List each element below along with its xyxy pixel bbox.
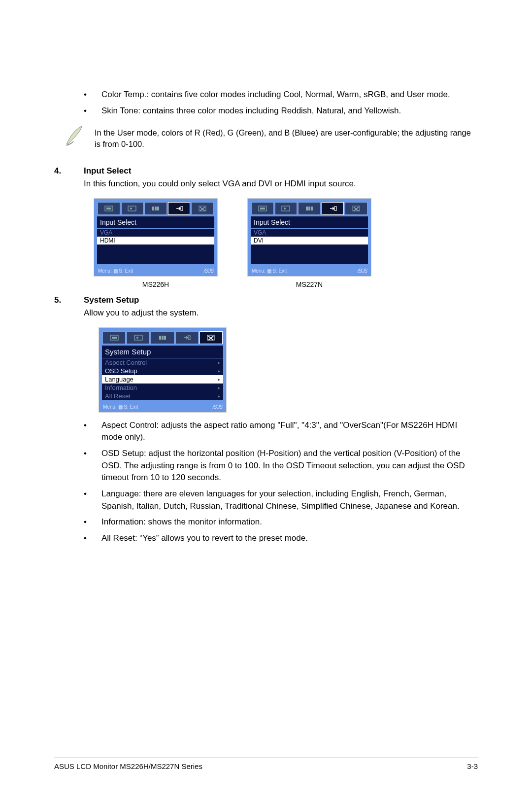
osd-panel: System Setup Aspect Control▸ OSD Setup▸ … [99,327,227,413]
bullet-text: Skin Tone: contains three color modes in… [101,105,478,117]
svg-point-12 [284,208,286,209]
osd-caption: MS226H [142,280,169,288]
bottom-bullet-list: • Aspect Control: adjusts the aspect rat… [84,419,478,545]
bullet-glyph: • [84,419,101,444]
osd-item: OSD Setup▸ [102,367,223,375]
osd-item-label: Aspect Control [105,359,147,366]
osd-footer-brand: /SUS [213,404,222,410]
section-desc: In this function, you could only select … [84,178,478,190]
svg-rect-16 [334,207,336,210]
section-heading-5: 5. System Setup [54,295,478,305]
manual-page: • Color Temp.: contains five color modes… [0,0,532,802]
osd-item-label: VGA [100,229,112,236]
osd-body: Aspect Control▸ OSD Setup▸ Language▸ Inf… [102,358,223,400]
section-heading-4: 4. Input Select [54,166,478,176]
osd-item: Information▸ [102,384,223,392]
osd-footer: Menu: ▦ S: Exit /SUS [101,402,224,410]
osd-tab-input-icon [175,331,199,344]
svg-rect-5 [155,207,157,210]
svg-point-21 [136,337,138,339]
bullet-glyph: • [84,89,101,101]
svg-rect-6 [157,207,159,210]
section-number: 5. [54,295,84,305]
osd-col-ms227n: Input Select VGA DVI Menu: ▦ S: Exit /SU… [247,198,371,288]
list-item: • Language: there are eleven languages f… [84,488,478,512]
osd-tab-splendid-icon [251,202,274,215]
osd-body: VGA DVI [251,229,368,264]
osd-panel: Input Select VGA DVI Menu: ▦ S: Exit /SU… [247,198,371,277]
osd-footer-brand: /SUS [204,268,213,274]
osd-tab-color-icon [151,331,174,344]
osd-item: VGA [251,229,368,237]
section-number: 4. [54,166,84,176]
bullet-glyph: • [84,448,101,484]
osd-item-label: Information [105,384,137,391]
section-title: System Setup [84,295,139,305]
osd-tab-color-icon [298,202,321,215]
note-block: In the User mode, colors of R (Red), G (… [54,122,478,156]
svg-rect-24 [164,336,166,340]
osd-item-label: Language [105,376,133,383]
note-text: In the User mode, colors of R (Red), G (… [95,122,478,156]
osd-row-system-setup: System Setup Aspect Control▸ OSD Setup▸ … [99,327,478,413]
svg-rect-25 [188,336,190,340]
chevron-right-icon: ▸ [218,368,220,374]
osd-item: DVI [251,237,368,244]
osd-tabs [250,201,369,216]
osd-title: System Setup [102,346,223,358]
bullet-text: OSD Setup: adjust the horizontal positio… [101,448,478,484]
chevron-right-icon: ▸ [218,393,220,399]
osd-tab-system-icon [345,202,367,215]
list-item: • Aspect Control: adjusts the aspect rat… [84,419,478,444]
quill-icon [54,122,95,147]
svg-rect-19 [112,337,117,339]
svg-rect-13 [306,207,308,210]
svg-rect-7 [181,207,183,210]
osd-tab-color-icon [144,202,167,215]
chevron-right-icon: ▸ [218,377,220,382]
osd-tabs [101,330,224,345]
osd-footer-left: Menu: ▦ S: Exit [252,268,287,274]
osd-footer-left: Menu: ▦ S: Exit [98,268,133,274]
bullet-glyph: • [84,516,101,528]
osd-row-input-select: Input Select VGA HDMI Menu: ▦ S: Exit /S… [94,198,478,288]
osd-item-label: OSD Setup [105,367,137,375]
osd-tabs [96,201,215,216]
bullet-text: All Reset: “Yes” allows you to revert to… [101,532,478,545]
page-footer: ASUS LCD Monitor MS226H/MS227N Series 3-… [54,758,478,770]
osd-tab-input-icon [322,202,344,215]
osd-title: Input Select [251,216,368,228]
svg-rect-15 [311,207,313,210]
svg-rect-10 [260,208,265,209]
list-item: • OSD Setup: adjust the horizontal posit… [84,448,478,484]
list-item: • Skin Tone: contains three color modes … [84,105,478,117]
osd-item: HDMI [97,237,214,244]
chevron-right-icon: ▸ [218,360,220,365]
svg-point-3 [130,208,132,209]
osd-footer-brand: /SUS [358,268,367,274]
osd-item: All Reset▸ [102,392,223,400]
list-item: • Color Temp.: contains five color modes… [84,89,478,101]
osd-tab-splendid-icon [98,202,120,215]
osd-caption: MS227N [296,280,323,288]
svg-rect-1 [106,208,111,209]
section-desc: Allow you to adjust the system. [84,307,478,319]
bullet-text: Language: there are eleven languages for… [101,488,478,512]
osd-col-ms226h: Input Select VGA HDMI Menu: ▦ S: Exit /S… [94,198,218,288]
bullet-text: Information: shows the monitor informati… [101,516,478,528]
osd-body: VGA HDMI [97,229,214,264]
bullet-glyph: • [84,105,101,117]
osd-footer: Menu: ▦ S: Exit /SUS [250,266,369,274]
footer-title: ASUS LCD Monitor MS226H/MS227N Series [54,762,202,770]
list-item: • All Reset: “Yes” allows you to revert … [84,532,478,545]
bullet-text: Aspect Control: adjusts the aspect ratio… [101,419,478,444]
osd-item: Aspect Control▸ [102,358,223,367]
svg-rect-23 [162,336,164,340]
osd-tab-system-icon [191,202,214,215]
osd-tab-splendid-icon [102,331,126,344]
osd-tab-image-icon [275,202,298,215]
osd-footer-left: Menu: ▦ S: Exit [103,404,138,410]
osd-footer: Menu: ▦ S: Exit /SUS [96,266,215,274]
svg-rect-22 [159,336,161,340]
osd-item: Language▸ [102,375,223,384]
